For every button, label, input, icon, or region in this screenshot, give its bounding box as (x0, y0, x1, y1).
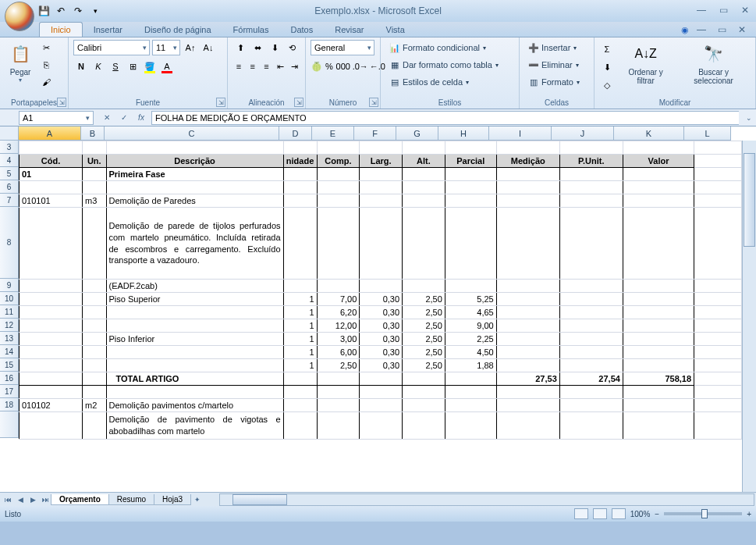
zoom-slider[interactable] (664, 512, 742, 515)
column-header[interactable]: D (279, 126, 312, 141)
border-button[interactable]: ⊞ (125, 59, 140, 74)
conditional-format-button[interactable]: 📊Formato condicional▾ (385, 40, 514, 55)
table-row[interactable] (20, 386, 742, 399)
orientation-button[interactable]: ⟲ (284, 40, 300, 55)
font-name-combo[interactable]: Calibri (73, 40, 150, 55)
table-row[interactable]: Demolição de pavimento de vigotas e abob… (20, 412, 742, 440)
table-row[interactable]: TOTAL ARTIGO27,5327,54758,18 (20, 372, 742, 386)
select-all-corner[interactable] (0, 126, 19, 141)
table-row[interactable]: 16,000,302,504,50 (20, 346, 742, 359)
tab-vista[interactable]: Vista (375, 23, 416, 37)
tab-inicio[interactable]: Inicio (39, 22, 83, 37)
align-middle-button[interactable]: ⬌ (250, 40, 265, 55)
column-header[interactable]: L (684, 126, 731, 141)
hscroll-thumb[interactable] (232, 494, 287, 505)
table-row[interactable]: Cód. Un. Descrição nidade Comp. Larg. Al… (20, 155, 742, 168)
normal-view-button[interactable] (574, 508, 588, 519)
tab-formulas[interactable]: Fórmulas (222, 23, 280, 37)
name-box[interactable]: A1▾ (19, 111, 94, 125)
row-header[interactable]: 14 (0, 345, 19, 358)
column-header[interactable]: I (489, 126, 552, 141)
column-header[interactable]: B (81, 126, 105, 141)
row-header[interactable]: 7 (0, 194, 19, 207)
row-header[interactable]: 15 (0, 358, 19, 372)
cancel-formula-button[interactable]: ✕ (100, 111, 114, 125)
column-header[interactable]: H (438, 126, 489, 141)
save-icon[interactable]: 💾 (37, 5, 50, 17)
clipboard-dialog-launcher[interactable]: ⇲ (57, 98, 66, 107)
table-row[interactable]: 010102m2Demolição pavimentos c/martelo (20, 399, 742, 412)
qat-dropdown-icon[interactable]: ▾ (89, 5, 101, 17)
insert-cells-button[interactable]: ➕Insertar▾ (524, 40, 589, 55)
table-row[interactable]: Demolição de parede de tijolos perfurado… (20, 208, 742, 280)
fill-color-button[interactable]: 🪣 (142, 59, 158, 74)
cut-button[interactable]: ✂ (38, 40, 54, 55)
row-header[interactable]: 13 (0, 332, 19, 345)
row-header[interactable]: 17 (0, 385, 19, 398)
sheet-tab-hoja3[interactable]: Hoja3 (154, 494, 191, 505)
first-sheet-button[interactable]: ⏮ (2, 493, 14, 506)
row-header[interactable]: 10 (0, 292, 19, 305)
autosum-button[interactable]: Σ (599, 41, 615, 57)
vscroll-thumb[interactable] (744, 153, 755, 247)
column-header[interactable]: K (614, 126, 684, 141)
number-format-combo[interactable]: General (311, 40, 374, 55)
zoom-thumb[interactable] (701, 509, 708, 518)
close-button[interactable]: ✕ (737, 3, 753, 17)
formula-input[interactable]: FOLHA DE MEDIÇÃO E ORÇAMENTO (151, 111, 739, 125)
format-cells-button[interactable]: ▥Formato▾ (524, 74, 589, 90)
format-painter-button[interactable]: 🖌 (38, 74, 54, 90)
row-header[interactable]: 3 (0, 141, 19, 154)
doc-minimize-button[interactable]: — (694, 23, 709, 37)
align-bottom-button[interactable]: ⬇ (267, 40, 282, 55)
fx-button[interactable]: fx (134, 111, 148, 125)
sheet-tab-resumo[interactable]: Resumo (108, 494, 154, 505)
table-row[interactable] (20, 181, 742, 194)
vertical-scrollbar[interactable] (742, 141, 756, 492)
enter-formula-button[interactable]: ✓ (117, 111, 131, 125)
table-row[interactable]: Piso Inferior13,000,302,502,25 (20, 333, 742, 346)
expand-formula-icon[interactable]: ⌄ (742, 114, 756, 122)
tab-datos[interactable]: Datos (279, 23, 324, 37)
column-header[interactable]: A (19, 126, 81, 141)
delete-cells-button[interactable]: ➖Eliminar▾ (524, 57, 589, 73)
next-sheet-button[interactable]: ▶ (27, 493, 39, 506)
table-row[interactable]: 01 Primeira Fase (20, 168, 742, 181)
align-left-button[interactable]: ≡ (232, 59, 245, 74)
column-header[interactable]: F (354, 126, 396, 141)
font-color-button[interactable]: A (159, 59, 175, 74)
zoom-in-button[interactable]: + (747, 510, 751, 518)
clear-button[interactable]: ◇ (599, 77, 615, 93)
table-row[interactable] (20, 141, 742, 155)
help-icon[interactable]: ◉ (681, 25, 689, 35)
page-layout-view-button[interactable] (593, 508, 607, 519)
table-row[interactable]: 112,000,302,509,00 (20, 319, 742, 333)
minimize-button[interactable]: — (694, 3, 709, 17)
redo-icon[interactable]: ↷ (72, 5, 84, 17)
align-dialog-launcher[interactable]: ⇲ (294, 98, 303, 107)
bold-button[interactable]: N (73, 59, 89, 74)
font-size-combo[interactable]: 11 (152, 40, 180, 55)
horizontal-scrollbar[interactable] (219, 493, 754, 506)
align-right-button[interactable]: ≡ (261, 59, 273, 74)
increase-indent-button[interactable]: ⇥ (288, 59, 300, 74)
tab-diseno[interactable]: Diseño de página (133, 23, 222, 37)
row-header[interactable]: 11 (0, 305, 19, 319)
row-header[interactable]: 4 (0, 154, 19, 167)
tab-insertar[interactable]: Insertar (83, 23, 133, 37)
font-dialog-launcher[interactable]: ⇲ (216, 98, 225, 107)
fill-button[interactable]: ⬇ (599, 59, 615, 75)
align-top-button[interactable]: ⬆ (232, 40, 248, 55)
tab-revisar[interactable]: Revisar (324, 23, 374, 37)
increase-decimal-button[interactable]: .0→ (353, 59, 368, 74)
maximize-button[interactable]: ▭ (715, 3, 731, 17)
currency-button[interactable]: 🍈 (311, 59, 323, 74)
format-table-button[interactable]: ▦Dar formato como tabla▾ (385, 57, 514, 73)
row-header[interactable] (0, 411, 19, 438)
doc-restore-button[interactable]: ▭ (714, 23, 729, 37)
column-header[interactable]: E (312, 126, 354, 141)
last-sheet-button[interactable]: ⏭ (39, 493, 51, 506)
row-header[interactable]: 6 (0, 180, 19, 194)
row-header[interactable]: 9 (0, 279, 19, 292)
zoom-out-button[interactable]: − (655, 510, 659, 518)
